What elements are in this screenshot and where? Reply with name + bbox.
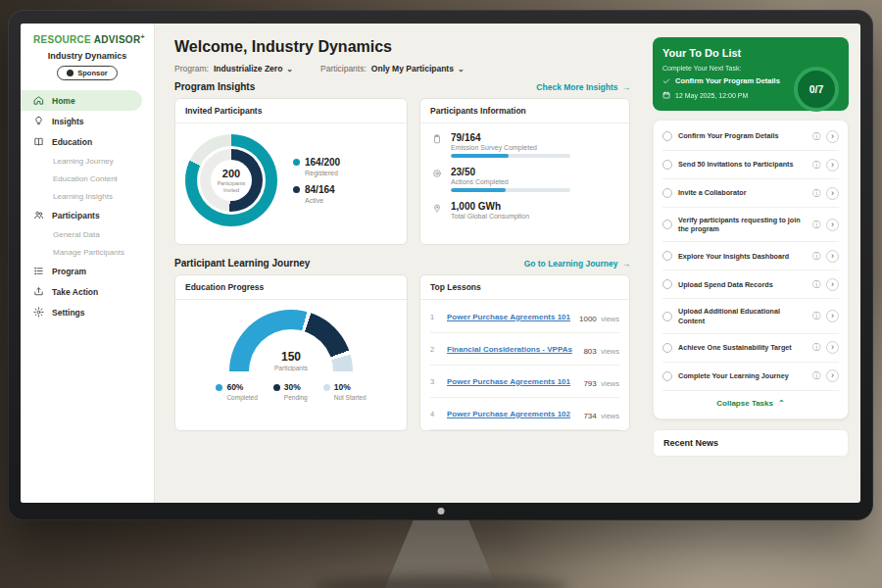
sidebar-item-insights[interactable]: Insights <box>21 111 154 131</box>
chevron-right-icon[interactable]: › <box>826 250 839 263</box>
todo-task[interactable]: Confirm Your Program Details ⓘ › <box>662 122 839 151</box>
lesson-rank: 2 <box>430 345 438 354</box>
top-lessons-body: 1 Power Purchase Agreements 101 1000 vie… <box>420 300 629 431</box>
card-title: Top Lessons <box>420 275 629 300</box>
task-checkbox[interactable] <box>662 279 672 289</box>
task-checkbox[interactable] <box>662 131 672 141</box>
task-checkbox[interactable] <box>662 371 672 381</box>
chevron-right-icon[interactable]: › <box>826 130 839 143</box>
program-filter-select[interactable]: Industrialize Zero ⌄ <box>214 64 293 74</box>
sidebar-item-settings[interactable]: Settings <box>21 302 154 322</box>
legend-item-active: 84/164 Active <box>293 184 340 204</box>
todo-task[interactable]: Complete Your Learning Journey ⓘ › <box>662 363 839 391</box>
todo-header-card: Your To Do List Complete Your Next Task:… <box>653 37 849 111</box>
sidebar-item-home[interactable]: Home <box>21 90 142 111</box>
gear-icon <box>33 307 44 318</box>
insights-cards-row: Invited Participants 200 Participants In… <box>174 98 630 245</box>
lesson-link[interactable]: Power Purchase Agreements 101 <box>447 313 570 321</box>
lesson-row: 3 Power Purchase Agreements 101 793 view… <box>430 366 619 398</box>
lesson-views-word: views <box>601 315 619 323</box>
todo-task[interactable]: Explore Your Insights Dashboard ⓘ › <box>662 242 839 270</box>
calendar-icon <box>662 91 670 99</box>
program-filter-value: Industrialize Zero <box>214 64 282 74</box>
chevron-right-icon[interactable]: › <box>826 278 839 291</box>
info-row-survey: 79/164 Emission Survey Completed <box>432 132 617 158</box>
chevron-right-icon[interactable]: › <box>826 187 839 200</box>
participants-information-body: 79/164 Emission Survey Completed <box>420 123 629 231</box>
legend-dot <box>323 384 330 391</box>
todo-task[interactable]: Upload Spend Data Records ⓘ › <box>662 270 839 299</box>
monitor-power-light[interactable] <box>437 508 444 514</box>
sidebar-item-manage-participants[interactable]: Manage Participants <box>21 243 154 261</box>
todo-task[interactable]: Achieve One Sustainability Target ⓘ › <box>662 334 839 363</box>
donut-legend: 164/200 Registered 84/164 Active <box>293 149 340 212</box>
chevron-right-icon[interactable]: › <box>826 219 839 231</box>
task-checkbox[interactable] <box>662 160 672 170</box>
chevron-right-icon[interactable]: › <box>826 159 839 172</box>
info-icon[interactable]: ⓘ <box>812 131 820 142</box>
todo-tasks-card: Confirm Your Program Details ⓘ › Send 50… <box>653 120 849 419</box>
invited-participants-card: Invited Participants 200 Participants In… <box>174 98 408 245</box>
task-checkbox[interactable] <box>662 188 672 198</box>
recent-news-header[interactable]: Recent News <box>653 429 849 457</box>
info-icon[interactable]: ⓘ <box>812 370 820 381</box>
chevron-right-icon[interactable]: › <box>826 341 839 354</box>
app-logo[interactable]: RESOURCE ADVISOR+ <box>21 33 154 49</box>
sidebar-item-program[interactable]: Program <box>21 261 154 281</box>
task-checkbox[interactable] <box>662 312 672 321</box>
chevron-right-icon[interactable]: › <box>826 369 839 382</box>
sidebar-item-learning-journey[interactable]: Learning Journey <box>21 152 154 170</box>
task-label: Verify participants requesting to join t… <box>678 216 807 234</box>
collapse-tasks-link[interactable]: Collapse Tasks ⌃ <box>662 391 839 416</box>
task-checkbox[interactable] <box>662 251 672 261</box>
sidebar-item-education[interactable]: Education <box>21 131 154 152</box>
go-to-learning-journey-link[interactable]: Go to Learning Journey → <box>524 259 630 269</box>
info-icon[interactable]: ⓘ <box>812 220 820 230</box>
sidebar-item-participants[interactable]: Participants <box>21 205 154 225</box>
task-label: Confirm Your Program Details <box>678 131 807 141</box>
chevron-right-icon[interactable]: › <box>826 310 839 322</box>
task-label: Upload Spend Data Records <box>678 280 807 290</box>
sponsor-badge[interactable]: Sponsor <box>57 66 117 80</box>
info-row-consumption: 1,000 GWh Total Global Consumption <box>432 201 617 222</box>
info-icon[interactable]: ⓘ <box>812 188 820 199</box>
sidebar-item-learning-insights[interactable]: Learning Insights <box>21 187 154 205</box>
lesson-link[interactable]: Financial Considerations - VPPAs <box>447 345 574 354</box>
sidebar-item-education-content[interactable]: Education Content <box>21 170 154 187</box>
legend-dot <box>273 384 280 391</box>
lesson-link[interactable]: Power Purchase Agreements 101 <box>447 377 574 386</box>
task-checkbox[interactable] <box>662 220 672 229</box>
info-icon[interactable]: ⓘ <box>812 279 820 290</box>
info-icon[interactable]: ⓘ <box>812 342 820 353</box>
program-filter-label: Program: <box>174 64 209 74</box>
todo-next-task[interactable]: Confirm Your Program Details <box>662 76 790 85</box>
sidebar-item-general-data[interactable]: General Data <box>21 225 154 243</box>
lesson-link[interactable]: Power Purchase Agreements 102 <box>447 410 574 418</box>
card-title: Participants Information <box>420 99 629 123</box>
sidebar-item-take-action[interactable]: Take Action <box>21 281 154 302</box>
task-checkbox[interactable] <box>662 343 672 353</box>
info-icon[interactable]: ⓘ <box>812 160 820 171</box>
todo-task[interactable]: Upload Additional Educational Content ⓘ … <box>662 299 839 333</box>
lesson-rank: 1 <box>430 313 438 321</box>
info-icon[interactable]: ⓘ <box>812 251 820 262</box>
recent-news-title: Recent News <box>663 438 718 448</box>
info-icon[interactable]: ⓘ <box>812 311 820 321</box>
todo-task[interactable]: Invite a Collaborator ⓘ › <box>662 179 839 208</box>
participants-filter-select[interactable]: Only My Participants ⌄ <box>371 64 465 74</box>
legend-dot <box>293 186 300 193</box>
legend-value: 84/164 <box>305 184 335 195</box>
legend-item-pending: 30% Pending <box>273 382 308 401</box>
stat-label: Emission Survey Completed <box>451 144 570 151</box>
legend-value: 10% <box>334 382 351 392</box>
check-more-insights-link[interactable]: Check More Insights → <box>536 82 630 92</box>
todo-task[interactable]: Send 50 Invitations to Participants ⓘ › <box>662 151 839 179</box>
info-row-actions: 23/50 Actions Completed <box>432 167 617 192</box>
donut-center: 200 Participants Invited <box>211 160 252 201</box>
education-progress-card: Education Progress 150 Participants <box>174 274 408 431</box>
arrow-right-icon: → <box>622 259 631 269</box>
todo-progress-value: 0/7 <box>809 83 824 95</box>
todo-task[interactable]: Verify participants requesting to join t… <box>662 208 839 242</box>
participants-filter-label: Participants: <box>320 64 367 74</box>
legend-value: 60% <box>226 382 243 392</box>
